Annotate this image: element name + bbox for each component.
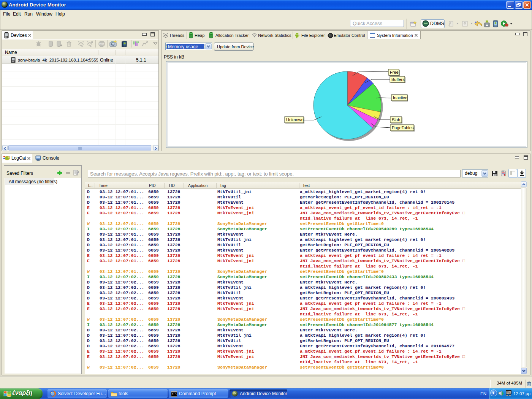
svg-text:STOP: STOP	[99, 43, 104, 45]
svg-text:C:\: C:\	[172, 393, 177, 396]
svg-text:Free: Free	[390, 70, 399, 74]
svg-text:PageTables: PageTables	[392, 125, 414, 130]
svg-text:Inactive: Inactive	[393, 95, 407, 100]
svg-text:Buffers: Buffers	[391, 77, 405, 82]
svg-text:Unknown: Unknown	[286, 117, 304, 122]
svg-text:Slab: Slab	[392, 117, 400, 122]
